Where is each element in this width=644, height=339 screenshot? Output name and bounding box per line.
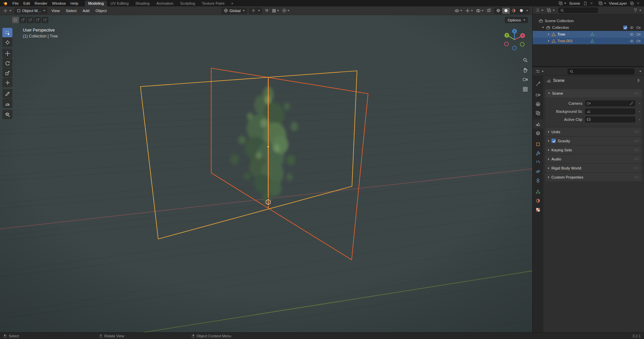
options-dropdown[interactable]: Options [505,17,528,23]
properties-tab-scene[interactable] [533,119,543,129]
drag-handle[interactable] [634,130,639,133]
outliner-row-collection[interactable]: Collection [533,24,644,31]
panel-gravity[interactable]: Gravity [545,137,642,145]
menu-render[interactable]: Render [32,0,50,6]
properties-search-input[interactable] [568,68,635,75]
drag-handle[interactable] [634,176,639,179]
tab-shading[interactable]: Shading [132,1,153,6]
panel-rigid-body-world[interactable]: Rigid Body World [545,164,642,172]
outliner-display-mode-dropdown[interactable] [546,7,556,13]
tab-uv-editing[interactable]: UV Editing [107,1,132,6]
properties-tab-modifiers[interactable] [533,149,543,158]
scene-panel-header[interactable]: Scene [545,89,642,97]
eyedropper-icon[interactable] [630,101,634,105]
pin-id-button[interactable] [636,79,641,83]
shading-material-button[interactable] [510,8,518,14]
properties-tab-physics[interactable] [533,167,543,176]
gizmo-neg-y-ball[interactable] [520,42,524,46]
decorator-dot[interactable] [637,119,641,120]
viewport-canvas[interactable]: Options [0,15,532,332]
properties-editor-type-button[interactable] [535,68,545,74]
properties-tab-object-data[interactable] [533,187,543,196]
properties-tab-constraints[interactable] [533,176,543,185]
camera-field[interactable] [585,100,635,106]
show-overlays-dropdown[interactable] [475,8,484,14]
panel-audio[interactable]: Audio [545,155,642,163]
show-gizmo-dropdown[interactable] [465,8,474,14]
shading-solid-button[interactable] [502,8,510,14]
gravity-checkbox[interactable] [551,139,556,143]
tool-add-cube[interactable] [2,110,12,119]
disable-render-camera-icon[interactable] [636,32,641,37]
scene-name[interactable]: Scene [568,1,582,5]
select-mode-intersect-button[interactable] [42,17,48,23]
tool-cursor[interactable] [2,38,12,47]
outliner-filter-dropdown[interactable] [632,7,642,13]
navigation-gizmo[interactable]: Z X Y [502,27,527,51]
tool-rotate[interactable] [2,58,12,68]
shading-rendered-button[interactable] [518,8,525,14]
select-mode-extend-button[interactable] [19,17,26,23]
tab-scripting[interactable]: Scripting [177,1,199,6]
disclosure-open-icon[interactable] [542,27,544,28]
new-view-layer-button[interactable] [629,1,635,5]
delete-scene-button[interactable] [589,1,594,5]
tab-modeling[interactable]: Modeling [85,1,107,6]
transform-orientation-dropdown[interactable]: Global [221,7,247,14]
tool-move[interactable] [2,49,12,58]
menu-help[interactable]: Help [68,0,81,6]
pan-hand-icon[interactable] [523,67,528,72]
outliner-row-scene-collection[interactable]: Scene Collection [533,17,644,24]
proportional-editing-toggle[interactable] [281,8,290,13]
browse-scene-button[interactable] [558,1,567,5]
disable-render-camera-icon[interactable] [636,39,641,43]
view-layer-name[interactable]: ViewLayer [608,1,629,5]
menu-object[interactable]: Object [94,9,109,13]
hide-viewport-eye-icon[interactable] [630,39,634,43]
pivot-point-dropdown[interactable] [249,7,262,14]
collection-checkbox[interactable] [623,26,627,30]
editor-type-button[interactable] [2,8,12,14]
toggle-xray-button[interactable] [486,8,492,13]
object-visibility-dropdown[interactable] [454,8,463,14]
gizmo-neg-x-ball[interactable] [504,42,508,46]
decorator-dot[interactable] [637,111,641,112]
hide-viewport-eye-icon[interactable] [630,26,634,30]
disclosure-closed-icon[interactable] [548,33,549,35]
properties-tab-output[interactable] [533,99,543,108]
delete-view-layer-button[interactable] [636,1,641,5]
snap-target-dropdown[interactable] [271,8,280,13]
properties-tab-world[interactable] [533,129,543,138]
tab-texture-paint[interactable]: Texture Paint [199,1,228,6]
zoom-icon[interactable] [523,57,528,63]
menu-file[interactable]: File [10,0,21,6]
properties-tab-view-layer[interactable] [533,108,543,117]
blender-app-menu[interactable] [0,1,10,6]
browse-view-layer-button[interactable] [598,1,607,5]
add-workspace-button[interactable]: + [228,1,237,6]
toggle-ortho-icon[interactable] [523,87,528,92]
new-scene-button[interactable] [583,1,588,5]
outliner-row-tree[interactable]: Tree [533,31,644,38]
shading-wireframe-button[interactable] [494,8,502,14]
menu-view[interactable]: View [50,9,62,13]
menu-window[interactable]: Window [50,0,68,6]
select-mode-invert-button[interactable] [34,17,41,23]
outliner-search-input[interactable] [558,7,598,13]
shading-dropdown-caret[interactable] [526,10,528,11]
properties-tab-material[interactable] [533,196,543,205]
properties-tab-particles[interactable] [533,158,543,167]
drag-handle[interactable] [634,92,639,95]
select-mode-subtract-button[interactable] [27,17,34,23]
panel-custom-properties[interactable]: Custom Properties [545,173,642,181]
gizmo-neg-z-ball[interactable] [513,46,517,50]
menu-edit[interactable]: Edit [21,0,33,6]
menu-select[interactable]: Select [64,9,78,13]
panel-keying-sets[interactable]: Keying Sets [545,146,642,154]
tab-animation[interactable]: Animation [153,1,177,6]
drag-handle[interactable] [634,157,639,160]
panel-units[interactable]: Units [545,128,642,136]
properties-tab-object[interactable] [533,140,543,149]
snap-toggle[interactable] [264,8,270,13]
disable-render-camera-icon[interactable] [636,26,641,30]
